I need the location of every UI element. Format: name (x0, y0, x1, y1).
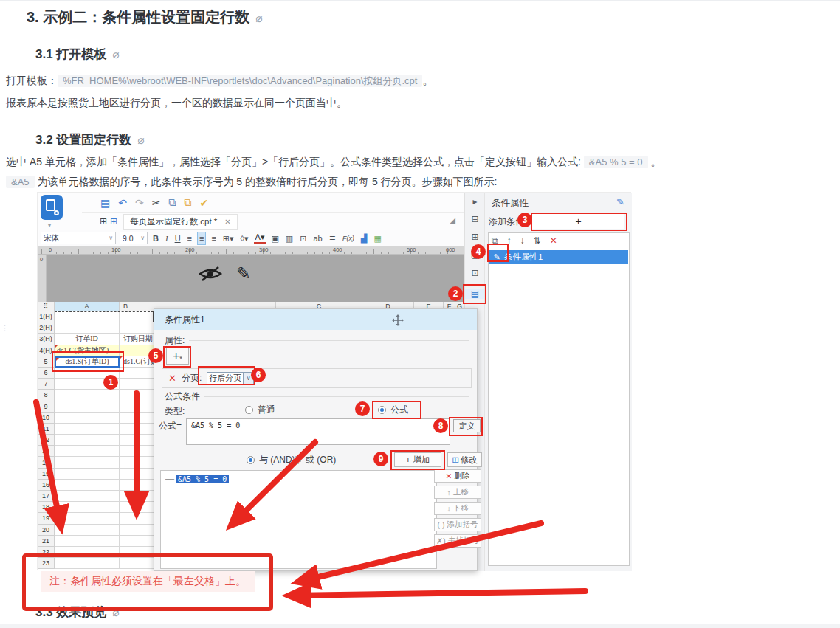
radio-or[interactable]: 或 (OR) (293, 454, 336, 466)
cell-A[interactable] (55, 435, 120, 446)
row-header[interactable]: 22 (38, 547, 55, 558)
tab-report[interactable]: 每页显示固定行数.cpt * ✕ (123, 214, 238, 230)
column-header-A[interactable]: A (55, 302, 120, 311)
panel-edit-icon[interactable]: ✎ (616, 196, 624, 207)
fill-color-button[interactable]: ◊▾ (239, 232, 250, 244)
select-all-corner[interactable]: ⠿ (38, 302, 55, 311)
tab-close-icon[interactable]: ✕ (224, 218, 230, 226)
cell-A[interactable]: ds1.G(货主地区) (55, 345, 120, 356)
item-pencil-icon[interactable]: ✎ (489, 252, 504, 262)
pagebreak-type-select[interactable]: 行后分页∨ (207, 372, 254, 385)
row-header[interactable]: 23 (38, 558, 55, 569)
cell-A[interactable] (55, 379, 120, 390)
radio-normal[interactable]: 普通 (245, 404, 275, 416)
modify-button[interactable]: ⊞修改 (447, 452, 482, 467)
font-family-select[interactable]: 宋体∨ (41, 232, 116, 244)
cell-A[interactable] (55, 536, 120, 547)
cell-A[interactable] (55, 469, 120, 480)
combo-box-icon[interactable]: ⊡ (298, 232, 308, 244)
sort-icon[interactable]: ⇅ (534, 235, 541, 246)
row-header[interactable]: 1(H) (38, 311, 55, 322)
cell-A[interactable] (55, 547, 120, 558)
cell-A[interactable] (55, 558, 120, 569)
row-header[interactable]: 19 (38, 513, 55, 524)
row-header[interactable]: 14 (38, 457, 55, 468)
row-header[interactable]: 18 (38, 502, 55, 513)
bold-button[interactable]: B (151, 232, 160, 244)
widget-settings-icon[interactable]: ⊟ (465, 214, 485, 224)
cell-A[interactable] (55, 480, 120, 491)
merge-cells-button[interactable]: ▣ (269, 232, 280, 244)
paste-icon[interactable]: ⧉ (184, 196, 191, 209)
cell-A[interactable] (55, 424, 120, 435)
unmerge-cells-button[interactable]: ▥ (284, 232, 295, 244)
anchor-link-icon[interactable]: ⌀ (137, 134, 144, 146)
collapse-arrow-icon[interactable]: ▸ (465, 196, 485, 207)
add-condition-row-button[interactable]: + 增加 (394, 452, 441, 467)
anchor-link-icon[interactable]: ⌀ (255, 12, 262, 24)
cell-A[interactable] (55, 513, 120, 524)
pin-icon[interactable]: ◢ (450, 216, 455, 224)
delete-icon[interactable]: ✕ (550, 235, 557, 246)
grid-new-icon[interactable]: ⊞ (110, 216, 117, 227)
anchor-link-icon[interactable]: ⌀ (112, 606, 119, 618)
row-header[interactable]: 12 (38, 435, 55, 446)
row-header[interactable]: 11 (38, 424, 55, 435)
chart-icon[interactable]: ▟ (359, 232, 368, 244)
float-element-icon[interactable]: ▢ (465, 249, 485, 260)
cell-element-icon[interactable]: ⊡ (465, 268, 485, 278)
radio-formula[interactable]: 公式 (378, 404, 408, 416)
cell-A[interactable] (55, 322, 120, 334)
cell-A[interactable] (55, 390, 120, 401)
paragraph-icon[interactable]: ≣ (328, 232, 337, 244)
move-down-button[interactable]: ↓下移 (434, 502, 481, 515)
condition-item-row[interactable]: ✎ 条件属性1 (489, 250, 628, 264)
save-icon[interactable]: ▤ (100, 197, 110, 209)
app-logo-icon[interactable] (41, 195, 63, 220)
cell-A[interactable] (55, 413, 120, 424)
row-header[interactable]: 7 (38, 379, 55, 390)
row-header[interactable]: 2(H) (38, 322, 55, 334)
row-header[interactable]: 3(H) (38, 334, 55, 345)
row-header[interactable]: 10 (38, 413, 55, 424)
delete-condition-button[interactable]: ✕删除 (434, 469, 481, 483)
row-header[interactable]: 9 (38, 401, 55, 413)
cell-A[interactable]: 订单ID (55, 334, 120, 345)
formula-icon[interactable]: F(x) (341, 232, 356, 244)
cell-A[interactable] (55, 401, 120, 413)
cell-attributes-icon[interactable]: ⊞ (465, 232, 485, 242)
row-header[interactable]: 8 (38, 390, 55, 401)
row-header[interactable]: 6 (38, 368, 55, 379)
radio-and[interactable]: 与 (AND) (247, 454, 295, 466)
move-up-button[interactable]: ↑上移 (434, 486, 481, 499)
remove-attribute-icon[interactable]: ✕ (168, 373, 176, 384)
condition-attributes-icon[interactable]: ▤ (465, 289, 485, 299)
row-header[interactable]: 4(H) (38, 345, 55, 356)
move-up-icon[interactable]: ↑ (507, 235, 512, 246)
row-header[interactable]: 15 (38, 469, 55, 480)
align-center-button[interactable]: ≡ (197, 232, 206, 245)
cell-A[interactable] (55, 368, 120, 379)
logo-caret-icon[interactable]: ▾ (48, 222, 51, 229)
border-button[interactable]: ⊞▾ (221, 232, 235, 244)
row-header[interactable]: 5 (38, 356, 55, 368)
cell-A[interactable] (55, 502, 120, 513)
font-size-select[interactable]: 9.0∨ (120, 232, 148, 244)
grid-view-icon[interactable]: ⊞ (100, 216, 107, 227)
add-condition-button[interactable]: + (532, 214, 624, 229)
copy-condition-icon[interactable]: ⧉ (492, 235, 498, 246)
dialog-title-bar[interactable]: 条件属性1 (154, 309, 477, 330)
row-header[interactable]: 13 (38, 446, 55, 457)
define-button[interactable]: 定义 (453, 419, 481, 432)
undo-icon[interactable]: ↶ (118, 197, 127, 209)
anchor-link-icon[interactable]: ⌀ (112, 48, 119, 61)
align-right-button[interactable]: ≡ (210, 232, 217, 244)
add-attribute-button[interactable]: +▾ (166, 347, 189, 365)
cell-A[interactable] (55, 457, 120, 468)
scroll-handle-icon[interactable]: ⋮ (1, 325, 9, 331)
cell-A[interactable]: ds1.S(订单ID) (55, 356, 120, 368)
cell-A[interactable] (55, 525, 120, 536)
cell-A[interactable] (55, 446, 120, 457)
condition-expression-list[interactable]: —&A5 % 5 = 0 (160, 470, 437, 569)
italic-button[interactable]: I (164, 232, 170, 244)
